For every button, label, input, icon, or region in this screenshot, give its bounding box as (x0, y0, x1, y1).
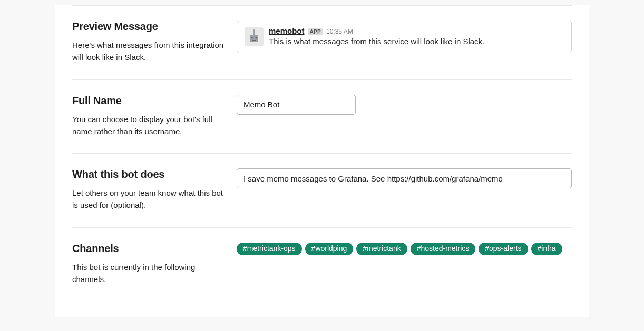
message-preview-box: memobot APP 10:35 AM This is what messag… (237, 21, 572, 53)
message-time: 10:35 AM (326, 28, 353, 35)
fullname-input[interactable] (237, 95, 356, 115)
preview-title: Preview Message (72, 21, 224, 33)
channel-pill[interactable]: #metrictank-ops (237, 243, 302, 256)
app-badge: APP (308, 28, 323, 35)
section-preview-message: Preview Message Here's what messages fro… (72, 5, 572, 79)
svg-point-2 (255, 37, 257, 38)
section-full-name: Full Name You can choose to display your… (72, 79, 572, 154)
message-bot-name[interactable]: memobot (269, 26, 305, 35)
robot-icon (246, 28, 262, 45)
bot-avatar (245, 27, 264, 46)
preview-desc: Here's what messages from this integrati… (72, 39, 224, 64)
whatdoes-input[interactable] (237, 168, 572, 188)
whatdoes-title: What this bot does (72, 168, 224, 180)
channel-pill[interactable]: #metrictank (356, 243, 407, 256)
channels-desc: This bot is currently in the following c… (72, 261, 224, 286)
channels-list: #metrictank-ops #worldping #metrictank #… (237, 243, 572, 256)
svg-point-5 (253, 29, 255, 32)
fullname-title: Full Name (72, 95, 224, 107)
svg-rect-3 (252, 40, 256, 41)
section-channels: Channels This bot is currently in the fo… (72, 227, 572, 312)
whatdoes-desc: Let others on your team know what this b… (72, 187, 224, 212)
svg-point-1 (251, 37, 252, 38)
channel-pill[interactable]: #infra (531, 243, 562, 256)
message-body: This is what messages from this service … (269, 37, 484, 46)
channels-title: Channels (72, 243, 224, 255)
channel-pill[interactable]: #hosted-metrics (411, 243, 476, 256)
section-what-bot-does: What this bot does Let others on your te… (72, 153, 572, 227)
channel-pill[interactable]: #ops-alerts (479, 243, 528, 256)
channel-pill[interactable]: #worldping (305, 243, 354, 256)
fullname-desc: You can choose to display your bot's ful… (72, 113, 224, 138)
